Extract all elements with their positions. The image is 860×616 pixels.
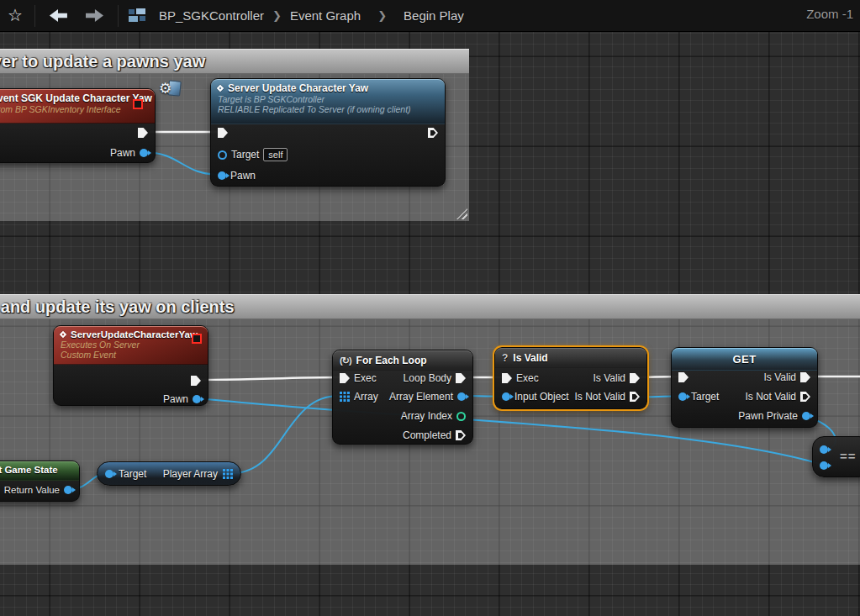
pin-label: Return Value xyxy=(4,485,60,495)
node-title: Is Valid xyxy=(513,352,547,364)
node-title-row: GET xyxy=(678,353,810,366)
input-object-row: Input Object xyxy=(502,389,569,404)
pawn-out-pin[interactable] xyxy=(140,149,148,157)
return-value-pin[interactable] xyxy=(64,486,72,494)
node-equal[interactable]: == xyxy=(812,436,860,477)
pin-label: Array xyxy=(354,391,378,403)
is-not-valid-pin[interactable] xyxy=(800,392,810,402)
equal-input-b-row xyxy=(820,458,828,473)
pin-label: Target xyxy=(691,391,719,403)
pin-label: Exec xyxy=(354,372,377,384)
node-is-valid[interactable]: ? Is Valid Exec Is Valid Input Object Is… xyxy=(494,347,647,409)
breadcrumb-chevron-icon: ❯ xyxy=(377,9,387,22)
is-not-valid-row: Is Not Valid xyxy=(746,389,810,404)
exec-in-pin[interactable] xyxy=(340,373,350,383)
target-in-pin[interactable] xyxy=(105,470,113,478)
node-serverupdatecharacteryaw-event[interactable]: ServerUpdateCharacterYaw Executes On Ser… xyxy=(53,325,208,406)
favorite-star-icon[interactable]: ☆ xyxy=(0,5,29,27)
is-valid-out-row: Is Valid xyxy=(764,370,810,385)
exec-out-pin[interactable] xyxy=(138,128,148,138)
node-title: For Each Loop xyxy=(356,355,427,366)
pawn-private-row: Pawn Private xyxy=(738,408,810,424)
pin-label: Is Valid xyxy=(594,372,625,384)
node-subtitle: Target is BP SGKController xyxy=(218,94,438,104)
node-get-game-state[interactable]: et Game State Return Value xyxy=(0,461,80,502)
back-arrow-icon[interactable] xyxy=(50,9,67,22)
pawn-in-row: Pawn xyxy=(218,168,256,183)
node-title: ServerUpdateCharacterYaw xyxy=(71,329,198,340)
exec-in-pin[interactable] xyxy=(502,373,512,383)
is-valid-out-pin[interactable] xyxy=(630,373,640,383)
array-element-pin[interactable] xyxy=(457,392,466,401)
target-in-pin[interactable] xyxy=(678,392,687,401)
pin-label: Target xyxy=(119,468,146,480)
exec-out-row xyxy=(138,125,148,140)
array-element-row: Array Element xyxy=(389,389,466,404)
is-valid-out-pin[interactable] xyxy=(800,372,810,382)
is-valid-out-row: Is Valid xyxy=(594,371,640,386)
target-in-pin[interactable] xyxy=(218,150,227,160)
exec-in-row xyxy=(218,125,228,140)
node-title-row: (↻) For Each Loop xyxy=(340,355,466,366)
array-index-row: Array Index xyxy=(401,408,466,424)
node-subtitle: rom BP SGKInventory Interface xyxy=(0,104,148,114)
loop-icon: (↻) xyxy=(340,355,351,366)
exec-out-pin[interactable] xyxy=(428,128,438,138)
pawn-private-pin[interactable] xyxy=(802,412,810,420)
equal-input-a-pin[interactable] xyxy=(820,445,828,454)
breadcrumb-begin-play[interactable]: Begin Play xyxy=(404,8,464,23)
node-server-update-character-yaw[interactable]: Server Update Character Yaw Target is BP… xyxy=(210,78,446,187)
equal-input-a-row xyxy=(820,442,828,457)
comment-header[interactable]: rver to update a pawns yaw xyxy=(0,49,469,74)
pin-label: Is Not Valid xyxy=(746,391,796,403)
node-title: et Game State xyxy=(0,465,74,475)
equal-input-b-pin[interactable] xyxy=(820,461,828,470)
exec-out-pin[interactable] xyxy=(191,376,201,386)
node-title-row: Server Update Character Yaw xyxy=(218,82,438,94)
equal-operator-label: == xyxy=(840,449,857,463)
breadcrumb-event-graph[interactable]: Event Graph xyxy=(290,8,361,23)
pin-label: Pawn Private xyxy=(738,410,798,422)
question-icon: ? xyxy=(502,352,508,364)
input-object-pin[interactable] xyxy=(502,392,510,401)
target-in-row: Target xyxy=(678,389,719,404)
loop-body-pin[interactable] xyxy=(456,373,466,383)
pin-label: Exec xyxy=(516,372,539,384)
comment-header[interactable]: n and update its yaw on clients xyxy=(0,294,860,319)
node-event-sgk-update-character-yaw[interactable]: vent SGK Update Character Yaw rom BP SGK… xyxy=(0,88,156,163)
loop-body-row: Loop Body xyxy=(404,371,466,386)
pin-label: Target xyxy=(231,149,259,161)
exec-in-pin[interactable] xyxy=(678,372,689,382)
array-index-pin[interactable] xyxy=(456,412,466,421)
node-subtitle-2: RELIABLE Replicated To Server (if owning… xyxy=(218,104,438,114)
pin-label: Completed xyxy=(403,429,451,441)
self-default-value[interactable]: self xyxy=(263,148,288,161)
pawn-in-pin[interactable] xyxy=(218,171,226,180)
player-array-out-pin[interactable] xyxy=(223,469,233,479)
node-subtitle-2: Custom Event xyxy=(61,350,201,360)
pawn-out-pin[interactable] xyxy=(193,395,201,403)
node-title-row: ServerUpdateCharacterYaw xyxy=(61,329,201,340)
zoom-level-label: Zoom -1 xyxy=(806,7,853,21)
pin-label: Is Valid xyxy=(764,371,796,383)
completed-pin[interactable] xyxy=(456,430,466,440)
pin-label: Array Index xyxy=(401,410,452,422)
pin-label: Loop Body xyxy=(404,372,451,384)
exec-in-row: Exec xyxy=(502,371,539,386)
graph-toolbar: ☆ BP_SGKController ❯ Event Graph ❯ Begin… xyxy=(0,0,860,32)
node-title: GET xyxy=(732,353,756,366)
replicated-event-indicator-icon xyxy=(133,99,143,109)
forward-arrow-icon[interactable] xyxy=(86,9,103,22)
breadcrumb-blueprint[interactable]: BP_SGKController xyxy=(159,8,264,23)
exec-in-pin[interactable] xyxy=(218,128,228,138)
array-in-pin[interactable] xyxy=(340,392,350,402)
exec-out-row xyxy=(191,373,201,388)
array-in-row: Array xyxy=(340,389,378,404)
node-get-pawn-private[interactable]: GET Is Valid Target Is Not Valid Pawn Pr… xyxy=(671,347,818,428)
pin-label: Input Object xyxy=(514,391,569,403)
node-for-each-loop[interactable]: (↻) For Each Loop Exec Loop Body Array A… xyxy=(332,350,473,445)
node-player-array-variable[interactable]: Target Player Array xyxy=(97,461,241,486)
diamond-icon xyxy=(217,85,224,92)
exec-out-row xyxy=(428,125,438,140)
is-not-valid-pin[interactable] xyxy=(630,392,640,402)
